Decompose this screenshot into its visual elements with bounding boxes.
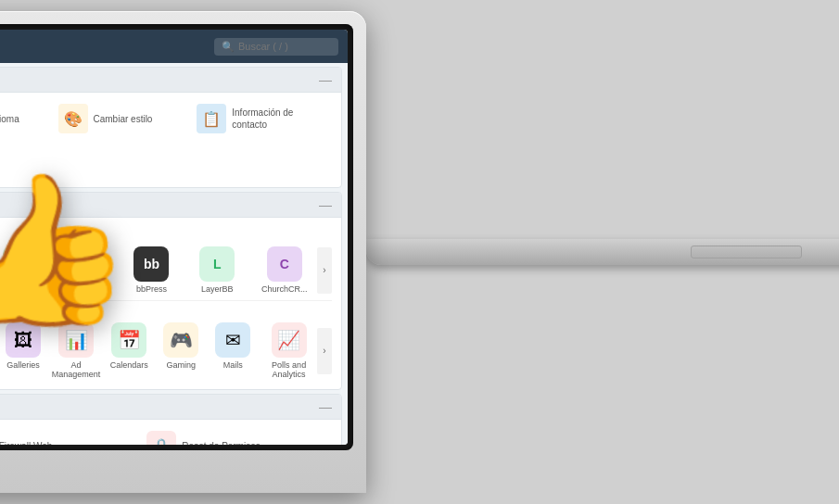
screen-content: ⚙ WNPOWER 🔍 ⊞ 👤 xyxy=(0,30,348,445)
hosting-tools-header: HERRAMIENTAS DE HOSTING — xyxy=(0,395,341,420)
hosting-tools-toggle[interactable]: — xyxy=(319,399,332,414)
bbpress-icon: bb xyxy=(133,246,169,282)
preferences-grid: 🔑 Seguridad de la & contraseña 🌐 Cambiar… xyxy=(0,100,332,180)
churchcr-icon: C xyxy=(267,246,302,282)
app-label-wh: WH... xyxy=(10,284,32,294)
wh-icon: W xyxy=(3,246,38,282)
app-label-bbpress: bbPress xyxy=(136,284,167,294)
cat-ad-mgmt[interactable]: 📊 Ad Management xyxy=(51,320,101,382)
scripts-next-btn[interactable]: › xyxy=(317,247,332,294)
laptop-screen: ⚙ WNPOWER 🔍 ⊞ 👤 xyxy=(0,30,348,445)
main-layout: ⊞ 👤 PREFERENCIAS — xyxy=(0,63,348,445)
top-bar: ⚙ WNPOWER 🔍 xyxy=(0,30,348,63)
preferences-section: PREFERENCIAS — 🔑 Seguridad de la & contr… xyxy=(0,67,342,188)
categories-list: 📝 Blogs 💬 Micro Blogs 📄 xyxy=(0,320,317,382)
layerbb-icon: L xyxy=(199,246,235,282)
cat-label-admanagement: Ad Management xyxy=(52,360,101,379)
mails-icon: ✉ xyxy=(215,322,250,358)
apps-installer-section: APPS INSTALLER — Scripts: ‹ 🛍 xyxy=(0,192,342,390)
calendars-icon: 📅 xyxy=(111,322,146,358)
pref-item-contact[interactable]: 📋 Información de contacto xyxy=(193,100,326,137)
app-label-layerbb: LayerBB xyxy=(201,284,234,294)
tools-grid: 📊 Monitoreo de consumos 🔥 Firewall Web � xyxy=(0,427,332,445)
cat-label-calendars: Calendars xyxy=(110,360,148,370)
scripts-label: Scripts: xyxy=(0,225,332,244)
cat-mails[interactable]: ✉ Mails xyxy=(209,320,257,382)
pref-label-contact: Información de contacto xyxy=(232,107,323,131)
search-icon: 🔍 xyxy=(222,41,235,53)
scripts-carousel: ‹ 🛍 PrestaShop J Joomla xyxy=(0,244,332,296)
hosting-tools-section: HERRAMIENTAS DE HOSTING — 📊 Monitoreo de… xyxy=(0,394,342,445)
app-bbpress[interactable]: bb bbPress xyxy=(127,244,175,296)
categories-next-btn[interactable]: › xyxy=(317,328,332,374)
laptop-base xyxy=(366,239,839,265)
categories-carousel: ‹ 📝 Blogs 💬 Micro Blogs xyxy=(0,320,332,382)
categories-label: Categorías: xyxy=(0,300,332,320)
pref-item-style[interactable]: 🎨 Cambiar estilo xyxy=(55,100,188,137)
contact-icon: 📋 xyxy=(197,104,226,133)
cat-label-galleries: Galleries xyxy=(6,360,40,370)
screen-bezel: ⚙ WNPOWER 🔍 ⊞ 👤 xyxy=(0,24,353,450)
trackpad xyxy=(691,246,802,258)
cat-label-gaming: Gaming xyxy=(166,360,196,370)
hosting-tools-body: 📊 Monitoreo de consumos 🔥 Firewall Web � xyxy=(0,420,341,445)
pref-label-language: Cambiar idioma xyxy=(0,113,19,125)
search-box[interactable]: 🔍 xyxy=(214,38,338,56)
app-label-magento: Magento xyxy=(70,284,102,294)
apps-installer-body: Scripts: ‹ 🛍 PrestaShop xyxy=(0,218,341,389)
app-layerbb[interactable]: L LayerBB xyxy=(193,244,241,296)
app-churchcr[interactable]: C ChurchCR... xyxy=(259,244,311,296)
cat-label-polls: Polls and Analytics xyxy=(263,360,314,379)
polls-icon: 📈 xyxy=(272,322,307,358)
pref-label-style: Cambiar estilo xyxy=(94,113,153,125)
admanagement-icon: 📊 xyxy=(58,322,94,358)
preferences-toggle[interactable]: — xyxy=(319,72,332,87)
apps-installer-header: APPS INSTALLER — xyxy=(0,193,341,218)
scripts-list: 🛍 PrestaShop J Joomla 💬 xyxy=(0,244,317,296)
tool-firewall[interactable]: 🔥 Firewall Web xyxy=(0,427,137,445)
search-input[interactable] xyxy=(238,41,331,52)
content-area[interactable]: PREFERENCIAS — 🔑 Seguridad de la & contr… xyxy=(0,63,348,445)
cat-calendars[interactable]: 📅 Calendars xyxy=(105,320,153,382)
apps-installer-toggle[interactable]: — xyxy=(319,197,332,212)
magento-icon: 🛒 xyxy=(69,246,104,282)
preferences-header: PREFERENCIAS — xyxy=(0,68,341,93)
gaming-icon: 🎮 xyxy=(163,322,198,358)
cat-gaming[interactable]: 🎮 Gaming xyxy=(157,320,205,382)
app-magento[interactable]: 🛒 Magento xyxy=(62,244,110,296)
tool-label-permissions: Reset de Permisos xyxy=(182,441,260,446)
preferences-body: 🔑 Seguridad de la & contraseña 🌐 Cambiar… xyxy=(0,93,341,187)
tool-label-firewall: Firewall Web xyxy=(0,441,52,446)
permissions-icon: 🔒 xyxy=(146,431,176,445)
laptop-shell: ⚙ WNPOWER 🔍 ⊞ 👤 xyxy=(0,11,366,493)
app-label-churchcr: ChurchCR... xyxy=(261,284,308,294)
style-icon: 🎨 xyxy=(58,104,88,133)
cat-galleries[interactable]: 🖼 Galleries xyxy=(0,320,47,382)
app-wh[interactable]: W WH... xyxy=(0,244,44,296)
cat-polls[interactable]: 📈 Polls and Analytics xyxy=(261,320,317,382)
cat-label-mails: Mails xyxy=(223,360,243,370)
pref-item-language[interactable]: 🌐 Cambiar idioma xyxy=(0,100,49,137)
tool-permissions[interactable]: 🔒 Reset de Permisos xyxy=(143,427,321,445)
galleries-icon: 🖼 xyxy=(6,322,41,358)
